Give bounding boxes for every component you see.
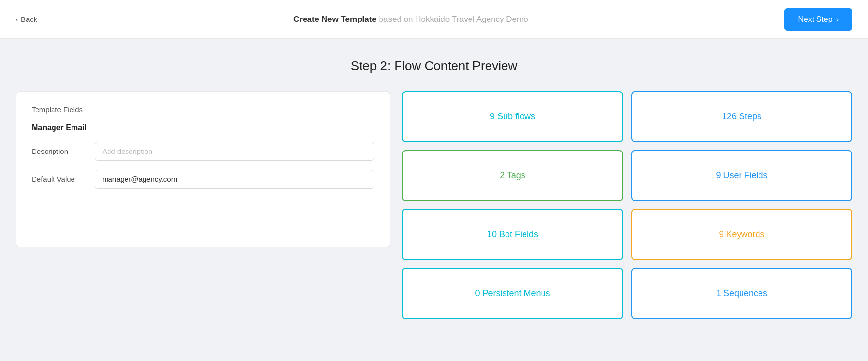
title-sub: based on Hokkaido Travel Agency Demo	[377, 15, 528, 24]
stat-card-sub-flows: 9 Sub flows	[402, 91, 623, 142]
description-input[interactable]	[95, 142, 374, 161]
stat-card-persistent-menus: 0 Persistent Menus	[402, 268, 623, 319]
stat-card-steps: 126 Steps	[631, 91, 852, 142]
back-button[interactable]: ‹ Back	[16, 15, 37, 23]
next-step-label: Next Step	[798, 15, 832, 24]
content-row: Template Fields Manager Email Descriptio…	[16, 91, 852, 319]
stat-card-bot-fields: 10 Bot Fields	[402, 209, 623, 260]
page-title: Step 2: Flow Content Preview	[16, 58, 852, 74]
chevron-right-icon: ›	[836, 15, 839, 24]
header-title: Create New Template based on Hokkaido Tr…	[293, 15, 528, 24]
left-panel: Template Fields Manager Email Descriptio…	[16, 91, 390, 247]
main-content: Step 2: Flow Content Preview Template Fi…	[0, 39, 868, 339]
title-strong: Create New Template	[293, 15, 377, 24]
chevron-left-icon: ‹	[16, 15, 18, 23]
default-value-input[interactable]	[95, 170, 374, 189]
stats-grid: 9 Sub flows126 Steps2 Tags9 User Fields1…	[402, 91, 852, 319]
next-step-button[interactable]: Next Step ›	[784, 8, 852, 31]
description-row: Description	[32, 142, 374, 161]
field-name: Manager Email	[32, 123, 374, 132]
field-group: Manager Email Description Default Value	[32, 123, 374, 189]
stat-card-user-fields: 9 User Fields	[631, 150, 852, 201]
stat-card-sequences: 1 Sequences	[631, 268, 852, 319]
back-label: Back	[21, 15, 37, 23]
description-label: Description	[32, 147, 95, 155]
header: ‹ Back Create New Template based on Hokk…	[0, 0, 868, 39]
default-value-label: Default Value	[32, 175, 95, 183]
stat-card-tags: 2 Tags	[402, 150, 623, 201]
stat-card-keywords: 9 Keywords	[631, 209, 852, 260]
section-label: Template Fields	[32, 105, 374, 114]
default-value-row: Default Value	[32, 170, 374, 189]
